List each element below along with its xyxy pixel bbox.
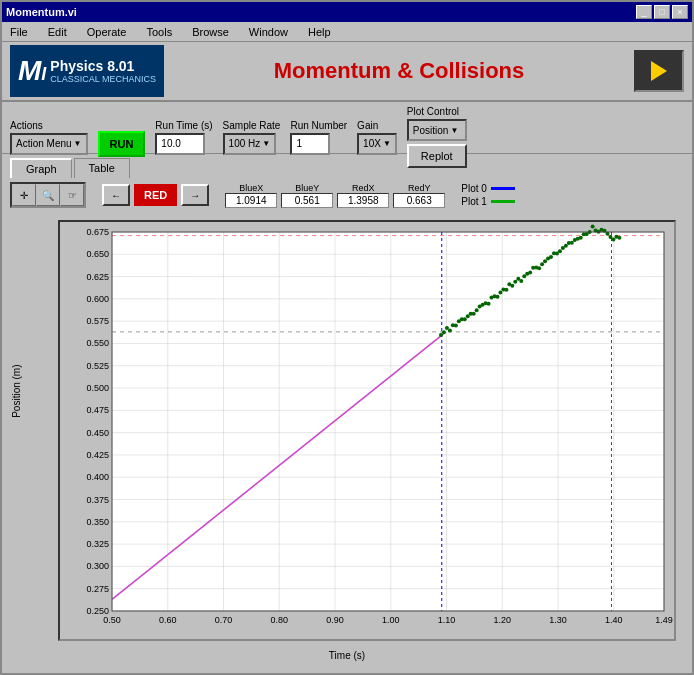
red-x-group: RedX 1.3958 [337, 183, 389, 208]
menu-bar: File Edit Operate Tools Browse Window He… [2, 22, 692, 42]
logo-classical: CLASSICAL MECHANICS [50, 74, 156, 84]
red-y-group: RedY 0.663 [393, 183, 445, 208]
window-controls: _ □ × [636, 5, 688, 19]
gain-value: 10X [363, 138, 381, 149]
blue-x-value: 1.0914 [225, 193, 277, 208]
plot-legend: Plot 0 Plot 1 [461, 183, 515, 207]
plot1-label: Plot 1 [461, 196, 487, 207]
play-triangle-icon [651, 61, 667, 81]
minimize-button[interactable]: _ [636, 5, 652, 19]
window-title: Momentum.vi [6, 6, 77, 18]
cursor-section: ← RED → [102, 184, 209, 206]
plot-control-dropdown[interactable]: Position ▼ [407, 119, 467, 141]
legend-plot1: Plot 1 [461, 196, 515, 207]
gain-label: Gain [357, 120, 378, 131]
blue-x-group: BlueX 1.0914 [225, 183, 277, 208]
menu-help[interactable]: Help [304, 25, 335, 39]
app-title: Momentum & Collisions [164, 58, 634, 84]
menu-window[interactable]: Window [245, 25, 292, 39]
cursor-red-label: RED [134, 184, 177, 206]
gain-dropdown[interactable]: 10X ▼ [357, 133, 397, 155]
menu-file[interactable]: File [6, 25, 32, 39]
sample-rate-dropdown[interactable]: 100 Hz ▼ [223, 133, 277, 155]
blue-y-label: BlueY [295, 183, 319, 193]
blue-x-label: BlueX [239, 183, 263, 193]
run-time-group: Run Time (s) [155, 120, 212, 155]
video-icon [634, 50, 684, 92]
run-button[interactable]: RUN [98, 131, 146, 157]
sample-rate-value: 100 Hz [229, 138, 261, 149]
plot0-label: Plot 0 [461, 183, 487, 194]
controls-bar: Actions Action Menu ▼ RUN Run Time (s) S… [2, 102, 692, 154]
run-time-label: Run Time (s) [155, 120, 212, 131]
red-y-label: RedY [408, 183, 431, 193]
sample-rate-label: Sample Rate [223, 120, 281, 131]
tab-table[interactable]: Table [74, 158, 130, 178]
graph-area[interactable] [58, 220, 676, 641]
action-menu-dropdown[interactable]: Action Menu ▼ [10, 133, 88, 155]
blue-y-value: 0.561 [281, 193, 333, 208]
logo-text: Physics 8.01 CLASSICAL MECHANICS [50, 58, 156, 84]
tool-group: ✛ 🔍 ☞ [10, 182, 86, 208]
red-x-label: RedX [352, 183, 375, 193]
x-axis-label: Time (s) [329, 650, 365, 661]
graph-panel: ✛ 🔍 ☞ ← RED → BlueX 1.0914 BlueY 0.561 [2, 178, 692, 673]
action-menu-label: Action Menu [16, 138, 72, 149]
gain-arrow-icon: ▼ [383, 139, 391, 148]
gain-group: Gain 10X ▼ [357, 120, 397, 155]
app-header: MI Physics 8.01 CLASSICAL MECHANICS Mome… [2, 42, 692, 102]
graph-wrapper: Position (m) Time (s) [10, 212, 684, 665]
main-window: Momentum.vi _ □ × File Edit Operate Tool… [0, 0, 694, 675]
red-y-value: 0.663 [393, 193, 445, 208]
graph-canvas [60, 222, 674, 639]
actions-label: Actions [10, 120, 43, 131]
run-number-label: Run Number [290, 120, 347, 131]
plot-control-value: Position [413, 125, 449, 136]
coordinates-display: BlueX 1.0914 BlueY 0.561 RedX 1.3958 Red… [225, 183, 445, 208]
menu-tools[interactable]: Tools [142, 25, 176, 39]
run-number-input[interactable] [290, 133, 330, 155]
cursor-right-button[interactable]: → [181, 184, 209, 206]
sample-rate-arrow-icon: ▼ [262, 139, 270, 148]
logo-mp: MI [18, 55, 46, 87]
action-menu-arrow-icon: ▼ [74, 139, 82, 148]
tab-graph[interactable]: Graph [10, 158, 72, 178]
cursor-left-button[interactable]: ← [102, 184, 130, 206]
legend-plot0: Plot 0 [461, 183, 515, 194]
pan-tool-button[interactable]: 🔍 [36, 184, 60, 206]
y-axis-label: Position (m) [11, 364, 22, 417]
menu-operate[interactable]: Operate [83, 25, 131, 39]
menu-browse[interactable]: Browse [188, 25, 233, 39]
plot-control-label: Plot Control [407, 106, 459, 117]
plot1-line-icon [491, 200, 515, 203]
plot-control-arrow-icon: ▼ [450, 126, 458, 135]
run-number-group: Run Number [290, 120, 347, 155]
tab-bar: Graph Table [2, 154, 692, 178]
logo-physics: Physics 8.01 [50, 58, 156, 74]
plot0-line-icon [491, 187, 515, 190]
close-button[interactable]: × [672, 5, 688, 19]
actions-group: Actions Action Menu ▼ [10, 120, 88, 155]
graph-toolbar: ✛ 🔍 ☞ ← RED → BlueX 1.0914 BlueY 0.561 [10, 182, 684, 208]
maximize-button[interactable]: □ [654, 5, 670, 19]
title-bar: Momentum.vi _ □ × [2, 2, 692, 22]
red-x-value: 1.3958 [337, 193, 389, 208]
sample-rate-group: Sample Rate 100 Hz ▼ [223, 120, 281, 155]
select-tool-button[interactable]: ☞ [60, 184, 84, 206]
blue-y-group: BlueY 0.561 [281, 183, 333, 208]
run-time-input[interactable] [155, 133, 205, 155]
run-group: RUN [98, 118, 146, 157]
logo-section: MI Physics 8.01 CLASSICAL MECHANICS [10, 45, 164, 97]
menu-edit[interactable]: Edit [44, 25, 71, 39]
zoom-tool-button[interactable]: ✛ [12, 184, 36, 206]
